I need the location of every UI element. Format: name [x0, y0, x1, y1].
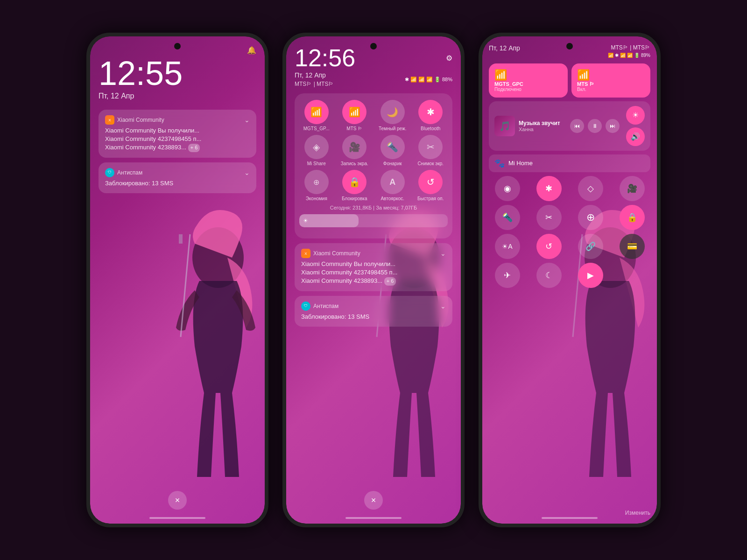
quick-toggle-darkmode[interactable]: 🌙 Темный реж.	[375, 100, 410, 131]
album-art: 🎵	[494, 116, 515, 136]
wifi-label: MGTS_GP...	[303, 126, 331, 131]
chevron-down-icon[interactable]: ⌄	[244, 116, 250, 124]
wifi-tile-status: Подключено	[494, 87, 562, 92]
notification-lines-3: Xiaomi Community Вы получили... Xiaomi C…	[301, 260, 446, 286]
quick-toggle-mobile[interactable]: 📶 MTS 🏳	[338, 100, 372, 131]
quick-toggle-bluetooth[interactable]: ✱ Bluetooth	[414, 100, 448, 131]
brightness-bar[interactable]: ☀	[299, 214, 448, 227]
ctrl-btn-link[interactable]: 🔗	[578, 234, 603, 259]
autobrightness-btn[interactable]: A	[381, 170, 405, 194]
settings-icon[interactable]: ⚙	[446, 54, 452, 63]
quickop-btn[interactable]: ↺	[418, 170, 443, 194]
ctrl-btn-location[interactable]: ▶	[578, 263, 603, 288]
ctrl-btn-moon[interactable]: ☾	[536, 263, 562, 288]
wifi-tile-name: MGTS_GPC	[494, 81, 562, 87]
quick-toggle-screenshot[interactable]: ✂ Снимок экр.	[414, 135, 448, 166]
mishare-label: Mi Share	[303, 161, 331, 166]
chevron-4[interactable]: ⌄	[440, 302, 446, 310]
mi-home-label: Mi Home	[508, 160, 533, 167]
ctrl-btn-autobrightness[interactable]: ☀A	[495, 234, 520, 259]
brightness-button[interactable]: ☀	[626, 106, 645, 125]
brightness-fill: ☀	[299, 214, 359, 227]
quick-toggle-record[interactable]: 🎥 Запись экра.	[338, 135, 372, 166]
battery-saver-label: Экономия	[303, 196, 331, 201]
ctrl-btn-scissors[interactable]: ✂	[536, 205, 562, 230]
notif-app-name-3: Xiaomi Community	[313, 250, 360, 257]
notification-xiaomi-2[interactable]: X Xiaomi Community ⌄ Xiaomi Community Вы…	[295, 243, 452, 291]
phone-2-notifications: 12:56 ⚙ Пт, 12 Апр MTS🏳 | MTS🏳 ✱ 📶📶 📶 🔋 …	[282, 33, 465, 527]
quick-toggle-flashlight[interactable]: 🔦 Фонарик	[375, 135, 410, 166]
darkmode-toggle-btn[interactable]: 🌙	[381, 100, 405, 124]
quick-toggle-autobrightness[interactable]: A Автояркос.	[375, 170, 410, 201]
quick-toggle-wifi[interactable]: 📶 MGTS_GP...	[299, 100, 334, 131]
chevron-3[interactable]: ⌄	[440, 250, 446, 257]
wifi-tile[interactable]: 📶 MGTS_GPC Подключено	[489, 63, 568, 98]
close-area: ×	[90, 491, 265, 510]
ctrl-btn-diamond[interactable]: ◇	[578, 176, 603, 201]
quick-toggle-quickop[interactable]: ↺ Быстрая оп.	[414, 170, 448, 201]
wifi-tile-icon: 📶	[494, 69, 562, 81]
big-tiles: 📶 MGTS_GPC Подключено 📶 MTS 🏳 Вкл.	[489, 63, 650, 98]
notification-lines-1: Xiaomi Community Вы получили... Xiaomi C…	[105, 126, 250, 152]
chevron-down-icon-2[interactable]: ⌄	[244, 169, 250, 176]
flashlight-btn[interactable]: 🔦	[381, 135, 405, 159]
mobile-data-tile[interactable]: 📶 MTS 🏳 Вкл.	[571, 63, 650, 98]
mobile-tile-icon: 📶	[577, 69, 645, 81]
p2-date-row: Пт, 12 Апр MTS🏳 | MTS🏳 ✱ 📶📶 📶 🔋 88%	[295, 71, 452, 88]
quick-toggle-mishare[interactable]: ◈ Mi Share	[299, 135, 334, 166]
battery-saver-btn[interactable]: ⊕	[304, 170, 329, 194]
ctrl-btn-contrast[interactable]: ◉	[495, 176, 520, 201]
notif-app-name-1: Xiaomi Community	[117, 117, 164, 123]
volume-button[interactable]: 🔊	[626, 127, 645, 146]
notification-antispam-2[interactable]: 🛡 Антиспам ⌄ Заблокировано: 13 SMS	[295, 296, 452, 327]
ctrl-btn-plus[interactable]: ⊕	[578, 205, 603, 230]
pause-button[interactable]: ⏸	[588, 119, 602, 133]
notification-antispam[interactable]: 🛡 Антиспам ⌄ Заблокировано: 13 SMS	[99, 162, 256, 193]
phone-3-control-center: Пт, 12 Апр MTS🏳 | MTS🏳 📶✱📶📶🔋 89% 📶 MGTS_…	[479, 33, 661, 527]
prev-button[interactable]: ⏮	[570, 119, 584, 133]
xiaomi-icon-2: X	[301, 249, 310, 258]
bluetooth-toggle-btn[interactable]: ✱	[418, 100, 443, 124]
phone-1-lockscreen: 🔔 12:55 Пт, 12 Апр X Xiaomi Community ⌄	[86, 33, 268, 527]
quick-toggle-battery-saver[interactable]: ⊕ Экономия	[299, 170, 334, 201]
notification-xiaomi[interactable]: X Xiaomi Community ⌄ Xiaomi Community Вы…	[99, 110, 256, 158]
ctrl-btn-flashlight[interactable]: 🔦	[495, 205, 520, 230]
quick-toggle-lock[interactable]: 🔒 Блокировка	[338, 170, 372, 201]
date-display-2: Пт, 12 Апр	[295, 71, 326, 79]
lock-btn[interactable]: 🔒	[342, 170, 366, 194]
close-button-2[interactable]: ×	[364, 491, 383, 510]
quick-settings-panel: 📶 MGTS_GP... 📶 MTS 🏳 🌙 Темный реж. ✱ Blu…	[295, 93, 452, 238]
darkmode-label: Темный реж.	[379, 126, 407, 131]
screenshot-label: Снимок экр.	[416, 161, 444, 166]
ctrl-btn-lock[interactable]: 🔒	[620, 205, 645, 230]
edit-label[interactable]: Изменить	[625, 510, 650, 516]
music-player[interactable]: 🎵 Музыка звучит Ханна ⏮ ⏸ ⏭ ☀ 🔊	[489, 101, 650, 151]
record-btn[interactable]: 🎥	[342, 135, 366, 159]
ctrl-btn-video[interactable]: 🎥	[620, 176, 645, 201]
music-artist: Ханна	[519, 126, 566, 132]
notch	[174, 43, 181, 49]
mi-home-icon: 🐾	[494, 158, 505, 168]
music-info: Музыка звучит Ханна	[519, 120, 566, 132]
screenshot-btn[interactable]: ✂	[418, 135, 443, 159]
quick-grid-row1: 📶 MGTS_GP... 📶 MTS 🏳 🌙 Темный реж. ✱ Blu…	[299, 100, 448, 131]
time-display: 12:55	[99, 56, 256, 90]
wifi-toggle-btn[interactable]: 📶	[304, 100, 329, 124]
autobrightness-label: Автояркос.	[379, 196, 407, 201]
data-usage: Сегодня: 231,8КБ | За месяц: 7,07ГБ	[299, 205, 448, 210]
ctrl-btn-airplane[interactable]: ✈	[495, 263, 520, 288]
ctrl-btn-rotate[interactable]: ↺	[536, 234, 562, 259]
p3-date: Пт, 12 Апр	[489, 44, 520, 52]
notif-app-name-2: Антиспам	[117, 169, 142, 176]
mi-home-row[interactable]: 🐾 Mi Home	[489, 154, 650, 172]
next-button[interactable]: ⏭	[606, 119, 620, 133]
ctrl-btn-card[interactable]: 💳	[620, 234, 645, 259]
mishare-btn[interactable]: ◈	[304, 135, 329, 159]
record-label: Запись экра.	[340, 161, 368, 166]
time-display-2: 12:56	[295, 46, 355, 70]
close-button[interactable]: ×	[168, 491, 187, 510]
close-area-2: ×	[286, 491, 461, 510]
date-display: Пт, 12 Апр	[99, 92, 256, 100]
ctrl-btn-bluetooth[interactable]: ✱	[536, 176, 562, 201]
mobile-toggle-btn[interactable]: 📶	[342, 100, 366, 124]
